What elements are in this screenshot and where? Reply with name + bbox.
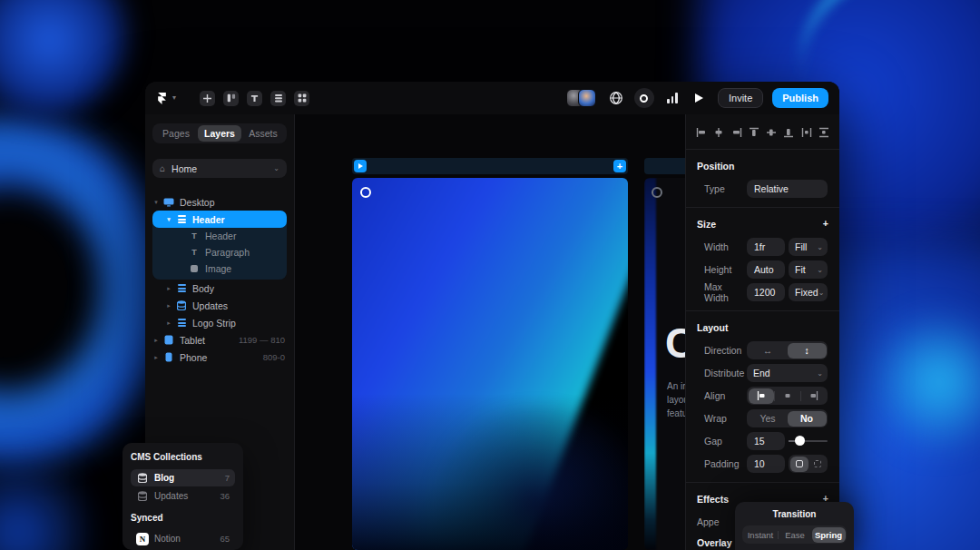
transition-instant-option[interactable]: Instant [744,527,778,543]
desktop-icon [162,198,176,207]
collection-icon [136,491,149,501]
editor-window: ▾ [145,82,839,550]
slider-thumb[interactable] [795,436,805,446]
caret-icon[interactable]: ▸ [163,319,174,327]
layer-row-image[interactable]: Image [152,260,287,277]
frame-label-bar[interactable] [644,158,685,174]
padding-input[interactable]: 10 [747,455,785,473]
page-selector-label: Home [172,163,267,174]
cms-stack-button[interactable] [270,91,286,106]
distribute-label: Distribute [704,368,747,378]
layer-row-desktop[interactable]: ▾ Desktop [145,193,294,211]
collaborator-avatars [566,89,596,107]
layer-label: Image [205,263,231,274]
width-unit-select[interactable]: Fill⌄ [789,238,828,256]
distribute-select[interactable]: End⌄ [747,364,828,382]
align-center-horizontal-icon[interactable] [713,127,724,138]
layer-row-updates[interactable]: ▸ Updates [145,297,294,314]
align-center-vertical-icon[interactable] [766,127,777,138]
transition-popup: Transition Instant Ease Spring [735,502,854,550]
layer-label: Paragraph [205,247,250,258]
padding-uniform-option[interactable] [790,457,808,472]
scroll-target-icon[interactable] [652,187,662,198]
frame-add-button[interactable]: + [613,160,626,172]
transition-title: Transition [742,509,847,519]
alignment-toolbar [686,125,839,140]
height-unit-select[interactable]: Fit⌄ [789,260,828,279]
gradient-artwork [644,178,656,550]
components-button[interactable] [294,91,309,106]
text-icon: T [187,248,201,257]
cms-row-notion[interactable]: N Notion 65 [131,530,235,547]
gap-slider[interactable] [789,432,828,450]
wrap-no-option[interactable]: No [788,411,827,427]
position-type-select[interactable]: Relative [747,180,828,198]
caret-icon[interactable]: ▾ [163,216,174,223]
layout-section-header: Layout [686,320,839,334]
publish-button[interactable]: Publish [772,88,828,108]
frame-label-bar[interactable]: + [352,158,628,174]
height-input[interactable]: Auto [747,260,785,279]
transition-spring-option[interactable]: Spring [812,527,846,543]
width-input[interactable]: 1fr [747,238,785,256]
padding-individual-option[interactable] [808,457,827,472]
gap-input[interactable]: 15 [747,432,785,450]
align-center-option[interactable] [775,388,800,404]
tab-layers[interactable]: Layers [198,125,241,142]
insert-button[interactable] [200,91,215,106]
cms-row-updates[interactable]: Updates 36 [131,487,235,505]
layer-row-logo-strip[interactable]: ▸ Logo Strip [145,314,294,331]
caret-icon[interactable]: ▸ [151,354,162,361]
chevron-down-icon: ▾ [172,94,176,102]
layer-row-body[interactable]: ▸ Body [145,280,294,297]
max-width-unit-select[interactable]: Fixed⌄ [789,283,828,301]
transition-ease-option[interactable]: Ease [779,527,812,543]
app-menu[interactable]: ▾ [156,93,176,104]
add-size-icon[interactable]: + [823,219,828,229]
secondary-frame[interactable]: C An in layou featu [644,178,685,550]
layer-row-header-selected[interactable]: ▾ Header [152,211,287,228]
max-width-input[interactable]: 1200 [747,283,785,301]
frame-play-button[interactable] [354,160,367,172]
wrap-yes-option[interactable]: Yes [749,411,788,427]
align-top-icon[interactable] [749,127,760,138]
direction-label: Direction [704,345,747,356]
wallpaper-blob [871,296,980,468]
layer-row-header-text[interactable]: T Header [152,228,287,244]
align-left-icon[interactable] [696,127,707,138]
wallpaper-blob [0,136,136,427]
scroll-target-icon[interactable] [360,187,371,198]
layer-row-paragraph[interactable]: T Paragraph [152,244,287,260]
direction-vertical-option[interactable]: ↕ [788,343,827,358]
invite-button[interactable]: Invite [718,88,763,108]
distribute-horizontal-icon[interactable] [801,127,812,138]
align-bottom-icon[interactable] [783,127,794,138]
chevron-down-icon: ⌄ [273,165,279,172]
image-icon [187,265,201,272]
globe-icon[interactable] [607,89,625,107]
tab-assets[interactable]: Assets [241,125,285,142]
avatar[interactable] [578,89,596,107]
page-selector[interactable]: ⌂ Home ⌄ [152,159,287,178]
layer-row-tablet[interactable]: ▸ Tablet 1199 — 810 [145,331,294,349]
canvas[interactable]: + C An in layou featu [295,114,685,550]
caret-icon[interactable]: ▸ [163,302,174,309]
tab-pages[interactable]: Pages [154,125,198,142]
caret-icon[interactable]: ▸ [163,285,174,292]
direction-horizontal-option[interactable]: ↔ [749,343,788,358]
analytics-icon[interactable] [663,89,681,107]
align-end-option[interactable] [801,388,827,404]
align-right-icon[interactable] [731,127,742,138]
caret-icon[interactable]: ▸ [151,337,162,344]
target-icon[interactable] [634,88,654,108]
desktop-frame[interactable] [352,178,628,550]
layer-row-phone[interactable]: ▸ Phone 809-0 [145,349,294,366]
distribute-vertical-icon[interactable] [818,127,829,138]
layout-button[interactable] [223,91,239,106]
align-start-option[interactable] [749,388,774,404]
caret-icon[interactable]: ▾ [151,199,162,206]
cms-row-blog[interactable]: Blog 7 [131,469,235,486]
text-tool-button[interactable] [247,91,262,106]
collection-label: Notion [154,534,181,544]
preview-play-icon[interactable] [691,89,709,107]
